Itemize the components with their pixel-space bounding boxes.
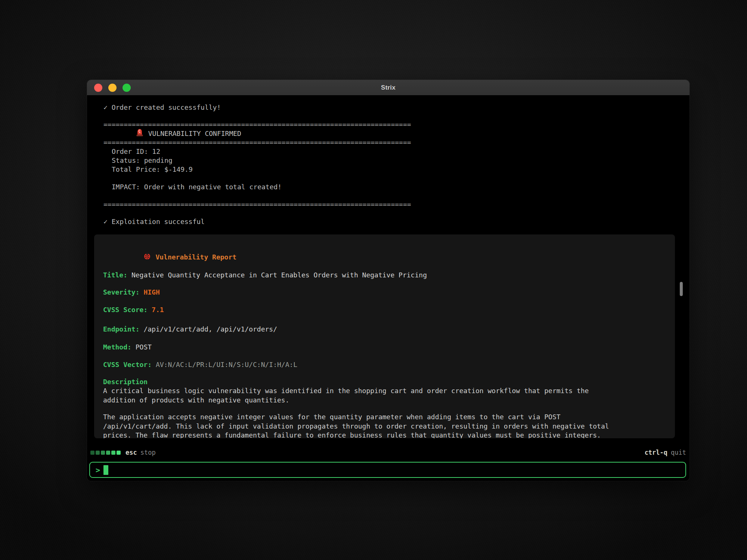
activity-dot (101, 451, 105, 455)
report-title-text: Vulnerability Report (155, 252, 236, 262)
log-order-id: Order ID: 12 (103, 147, 689, 156)
banner-title: VULNERABILITY CONFIRMED (148, 129, 241, 138)
report-field-method: Method: POST (103, 342, 666, 352)
separator-line: ========================================… (103, 138, 689, 147)
vulnerability-report-panel: Vulnerability Report Title: Negative Qua… (94, 234, 675, 438)
traffic-lights (94, 80, 131, 95)
report-description-paragraph: A critical business logic vulnerability … (103, 386, 666, 405)
activity-dot (117, 451, 121, 455)
report-field-cvss-vector: CVSS Vector: AV:N/AC:L/PR:L/UI:N/S:U/C:N… (103, 360, 666, 369)
log-order-success: ✓ Order created successfully! (103, 103, 689, 112)
bug-icon (103, 243, 151, 271)
quit-action-label: quit (671, 449, 686, 456)
report-field-severity: Severity: HIGH (103, 287, 666, 297)
report-field-title: Title: Negative Quantity Acceptance in C… (103, 270, 666, 280)
description-line: /api/v1/cart/add. This lack of input val… (103, 422, 666, 431)
description-line: The application accepts negative integer… (103, 413, 666, 422)
zoom-button[interactable] (123, 84, 131, 92)
report-description-paragraph: The application accepts negative integer… (103, 413, 666, 438)
separator-line: ========================================… (103, 200, 689, 209)
text-cursor (103, 465, 108, 475)
command-input[interactable]: > (89, 462, 686, 478)
terminal-window: Strix ✓ Order created successfully! ====… (87, 80, 689, 481)
window-titlebar[interactable]: Strix (87, 80, 689, 95)
activity-dot (106, 451, 110, 455)
log-impact: IMPACT: Order with negative total create… (103, 183, 689, 192)
prompt-chevron: > (96, 466, 100, 475)
log-exploit-success: ✓ Exploitation successful (103, 217, 689, 226)
log-total-price: Total Price: $-149.9 (103, 165, 689, 174)
activity-dot (111, 451, 115, 455)
report-header: Vulnerability Report (103, 252, 666, 262)
close-button[interactable] (94, 84, 102, 92)
activity-dot (96, 451, 100, 455)
report-field-endpoint: Endpoint: /api/v1/cart/add, /api/v1/orde… (103, 324, 666, 334)
report-description-heading: Description (103, 377, 666, 386)
esc-key-hint: esc (125, 449, 137, 456)
quit-key-hint: ctrl-q (645, 449, 667, 456)
minimize-button[interactable] (108, 84, 117, 92)
vulnerability-confirmed-banner: VULNERABILITY CONFIRMED (103, 129, 689, 138)
window-title: Strix (381, 84, 396, 91)
scrollbar-thumb[interactable] (680, 282, 683, 296)
separator-line: ========================================… (103, 120, 689, 129)
status-bar: esc stop ctrl-q quit (90, 447, 686, 458)
activity-dots (90, 451, 121, 455)
activity-dot (90, 451, 94, 455)
description-line: prices. The flaw represents a fundamenta… (103, 431, 666, 438)
report-field-cvss-score: CVSS Score: 7.1 (103, 305, 666, 314)
description-line: A critical business logic vulnerability … (103, 386, 666, 396)
description-line: addition of products with negative quant… (103, 396, 666, 405)
log-status: Status: pending (103, 156, 689, 165)
terminal-output: ✓ Order created successfully! ==========… (87, 95, 689, 481)
esc-action-label: stop (140, 449, 156, 456)
